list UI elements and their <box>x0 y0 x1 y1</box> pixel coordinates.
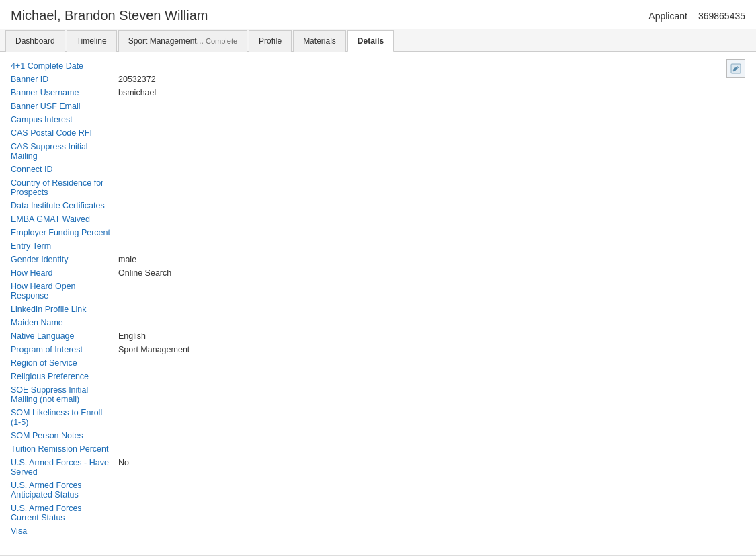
detail-row: CAS Suppress Initial Mailing <box>11 140 745 163</box>
detail-label: SOE Suppress Initial Mailing (not email) <box>11 385 118 404</box>
detail-value: male <box>118 255 136 264</box>
detail-label: How Heard <box>11 268 118 278</box>
detail-label: Maiden Name <box>11 318 118 327</box>
detail-row: Program of InterestSport Management <box>11 343 745 356</box>
detail-row: U.S. Armed Forces - Have ServedNo <box>11 456 745 479</box>
detail-value: Sport Management <box>118 345 190 354</box>
detail-label: EMBA GMAT Waived <box>11 214 118 224</box>
detail-label: CAS Postal Code RFI <box>11 128 118 138</box>
detail-row: Gender Identitymale <box>11 253 745 266</box>
applicant-label: Applicant <box>648 11 687 22</box>
detail-label: SOM Likeliness to Enroll (1-5) <box>11 408 118 427</box>
tab-profile[interactable]: Profile <box>249 30 292 52</box>
detail-label: Visa <box>11 526 118 536</box>
tab-badge-sport-management: Complete <box>206 37 237 45</box>
detail-label: Native Language <box>11 331 118 341</box>
detail-row: LinkedIn Profile Link <box>11 303 745 316</box>
detail-label: U.S. Armed Forces Anticipated Status <box>11 481 118 500</box>
page-title: Michael, Brandon Steven William <box>11 8 208 24</box>
detail-row: Data Institute Certificates <box>11 199 745 212</box>
detail-label: Banner ID <box>11 75 118 84</box>
detail-table: 4+1 Complete DateBanner ID20532372Banner… <box>11 59 745 538</box>
detail-row: How Heard Open Response <box>11 280 745 303</box>
edit-icon-button[interactable] <box>726 59 745 78</box>
content-area: 4+1 Complete DateBanner ID20532372Banner… <box>0 52 756 545</box>
detail-row: 4+1 Complete Date <box>11 59 745 73</box>
detail-label: SOM Person Notes <box>11 431 118 440</box>
tab-details[interactable]: Details <box>347 30 394 52</box>
detail-row: Banner USF Email <box>11 100 745 113</box>
detail-row: Region of Service <box>11 356 745 370</box>
tab-timeline[interactable]: Timeline <box>67 30 117 52</box>
detail-row: Connect ID <box>11 163 745 176</box>
detail-row: Banner Usernamebsmichael <box>11 86 745 100</box>
tab-sport-management[interactable]: Sport Management... Complete <box>118 30 247 52</box>
tabs-bar: DashboardTimelineSport Management... Com… <box>0 29 756 52</box>
detail-row: SOM Likeliness to Enroll (1-5) <box>11 406 745 429</box>
tab-dashboard[interactable]: Dashboard <box>5 30 65 52</box>
detail-row: Visa <box>11 524 745 538</box>
detail-row: U.S. Armed Forces Current Status <box>11 502 745 524</box>
detail-label: Program of Interest <box>11 345 118 354</box>
detail-row: U.S. Armed Forces Anticipated Status <box>11 479 745 502</box>
detail-label: Banner USF Email <box>11 102 118 111</box>
detail-label: Country of Residence for Prospects <box>11 178 118 197</box>
detail-row: Native LanguageEnglish <box>11 329 745 343</box>
detail-row: Entry Term <box>11 239 745 253</box>
detail-row: Religious Preference <box>11 370 745 383</box>
detail-row: Banner ID20532372 <box>11 73 745 86</box>
detail-row: Country of Residence for Prospects <box>11 176 745 199</box>
detail-value: No <box>118 458 129 477</box>
detail-label: CAS Suppress Initial Mailing <box>11 142 118 161</box>
detail-label: How Heard Open Response <box>11 282 118 301</box>
detail-label: LinkedIn Profile Link <box>11 305 118 314</box>
detail-row: Tuition Remission Percent <box>11 442 745 456</box>
detail-label: U.S. Armed Forces Current Status <box>11 504 118 522</box>
applicant-info: Applicant 369865435 <box>648 11 745 22</box>
detail-label: Connect ID <box>11 165 118 174</box>
detail-label: Banner Username <box>11 88 118 97</box>
detail-label: 4+1 Complete Date <box>11 61 118 71</box>
detail-row: Campus Interest <box>11 113 745 126</box>
detail-label: U.S. Armed Forces - Have Served <box>11 458 118 477</box>
detail-row: How HeardOnline Search <box>11 266 745 280</box>
detail-label: Gender Identity <box>11 255 118 264</box>
page-header: Michael, Brandon Steven William Applican… <box>0 0 756 29</box>
detail-row: Maiden Name <box>11 316 745 329</box>
detail-value: English <box>118 331 146 341</box>
detail-label: Region of Service <box>11 358 118 368</box>
detail-label: Employer Funding Percent <box>11 228 118 237</box>
detail-label: Entry Term <box>11 241 118 251</box>
tab-materials[interactable]: Materials <box>293 30 346 52</box>
detail-label: Data Institute Certificates <box>11 201 118 210</box>
detail-row: EMBA GMAT Waived <box>11 212 745 226</box>
detail-label: Religious Preference <box>11 372 118 381</box>
detail-value: Online Search <box>118 268 171 278</box>
detail-row: SOE Suppress Initial Mailing (not email) <box>11 383 745 406</box>
detail-value: bsmichael <box>118 88 156 97</box>
detail-label: Campus Interest <box>11 115 118 124</box>
applicant-id: 369865435 <box>698 11 745 22</box>
detail-value: 20532372 <box>118 75 156 84</box>
detail-row: Employer Funding Percent <box>11 226 745 239</box>
detail-row: CAS Postal Code RFI <box>11 126 745 140</box>
detail-label: Tuition Remission Percent <box>11 444 118 454</box>
detail-row: SOM Person Notes <box>11 429 745 442</box>
